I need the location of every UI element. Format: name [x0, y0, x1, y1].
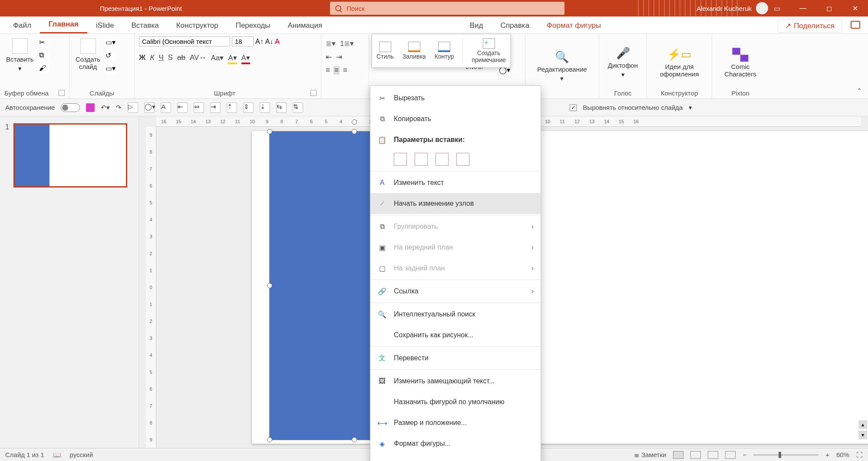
- numbering-button[interactable]: 1≣▾: [340, 39, 354, 48]
- account-area[interactable]: Alexandr Kucheruk: [696, 2, 768, 14]
- font-color-button[interactable]: A▾: [241, 53, 250, 64]
- font-size-combo[interactable]: 18: [232, 36, 254, 46]
- cm-cut[interactable]: ✂Вырезать: [370, 88, 541, 109]
- shadow-button[interactable]: S: [168, 53, 173, 64]
- language-indicator[interactable]: русский: [70, 451, 93, 458]
- sorter-view-button[interactable]: [690, 451, 701, 459]
- qat-align5[interactable]: ⇕: [243, 102, 254, 113]
- qat-distribute-v[interactable]: ⇅: [293, 102, 303, 113]
- slide-thumbnail-1[interactable]: [13, 123, 127, 188]
- zoom-out-button[interactable]: −: [743, 451, 746, 458]
- ribbon-display-button[interactable]: ▭: [764, 0, 790, 16]
- undo-button[interactable]: ↶▾: [101, 104, 110, 112]
- mini-outline-button[interactable]: Контур: [435, 42, 454, 60]
- increase-indent-button[interactable]: ⇥: [336, 53, 342, 62]
- tab-view[interactable]: Вид: [461, 18, 492, 33]
- cm-smart-lookup[interactable]: 🔍Интеллектуальный поиск: [370, 304, 541, 325]
- font-dialog-launcher[interactable]: [310, 90, 317, 96]
- align-relative-checkbox[interactable]: ✓: [570, 104, 577, 111]
- paste-option-picture[interactable]: [436, 153, 449, 166]
- qat-align3[interactable]: ⇥: [210, 102, 221, 113]
- share-button[interactable]: ↗ Поделиться: [778, 19, 842, 33]
- cm-link[interactable]: 🔗Ссылка›: [370, 281, 541, 302]
- design-ideas-button[interactable]: ⚡▭ Идеи для оформления: [658, 46, 701, 79]
- zoom-slider[interactable]: [753, 454, 818, 456]
- decrease-font-icon[interactable]: A↓: [265, 38, 274, 46]
- clipboard-dialog-launcher[interactable]: [59, 90, 65, 96]
- zoom-level[interactable]: 60%: [836, 451, 849, 458]
- cm-save-as-picture[interactable]: Сохранить как рисунок...: [370, 325, 541, 346]
- qat-align2[interactable]: ⇔: [194, 102, 204, 113]
- increase-font-icon[interactable]: A↑: [255, 38, 264, 46]
- copy-icon[interactable]: ⧉: [39, 51, 49, 61]
- font-name-combo[interactable]: Calibri (Основной текст: [139, 36, 230, 46]
- spacing-button[interactable]: AV↔: [190, 53, 206, 64]
- dictate-button[interactable]: 🎤 Диктофон▾: [606, 45, 640, 80]
- tab-home[interactable]: Главная: [40, 16, 87, 33]
- tab-file[interactable]: Файл: [4, 18, 40, 33]
- decrease-indent-button[interactable]: ⇤: [326, 53, 332, 62]
- section-icon[interactable]: ▭▾: [106, 64, 115, 74]
- cm-format-shape[interactable]: ◈Формат фигуры...: [370, 433, 541, 454]
- italic-button[interactable]: К: [150, 53, 154, 64]
- tab-islide[interactable]: iSlide: [87, 18, 123, 33]
- search-box[interactable]: Поиск: [330, 2, 564, 15]
- resize-handle[interactable]: [352, 129, 357, 134]
- resize-handle[interactable]: [267, 129, 272, 134]
- spellcheck-icon[interactable]: 📖: [53, 451, 61, 459]
- highlight-button[interactable]: A▾: [228, 53, 237, 64]
- paste-option-text[interactable]: [456, 153, 469, 166]
- start-slideshow-button[interactable]: ▷: [128, 102, 138, 113]
- prev-slide-button[interactable]: ▴: [858, 420, 867, 429]
- align-left-button[interactable]: ≡: [326, 66, 330, 75]
- mini-style-button[interactable]: Стиль: [376, 42, 394, 60]
- tab-animations[interactable]: Анимация: [279, 18, 331, 33]
- qat-textbox-button[interactable]: A: [161, 102, 171, 113]
- slideshow-view-button[interactable]: [725, 451, 736, 459]
- layout-icon[interactable]: ▭▾: [106, 38, 115, 48]
- slide-indicator[interactable]: Слайд 1 из 1: [5, 451, 44, 458]
- comic-characters-button[interactable]: ▀▄ Comic Characters: [723, 46, 758, 79]
- reset-icon[interactable]: ↺: [106, 51, 115, 61]
- tab-design[interactable]: Конструктор: [168, 18, 227, 33]
- qat-align1[interactable]: ⇤: [177, 102, 188, 113]
- cm-alt-text[interactable]: 🖼Изменить замещающий текст...: [370, 371, 541, 392]
- mini-fill-button[interactable]: Заливка: [403, 42, 426, 60]
- minimize-button[interactable]: —: [790, 0, 816, 16]
- qat-more-button[interactable]: ▾: [689, 104, 692, 112]
- cm-size-position[interactable]: ⟷Размер и положение...: [370, 412, 541, 433]
- fit-to-window-button[interactable]: ⛶: [856, 451, 863, 458]
- bullets-button[interactable]: ≣▾: [326, 39, 336, 48]
- comments-button[interactable]: [851, 21, 860, 29]
- paste-option-keep[interactable]: [415, 153, 428, 166]
- paste-option-theme[interactable]: [394, 153, 407, 166]
- strike-button[interactable]: ab: [177, 53, 185, 64]
- resize-handle[interactable]: [352, 437, 357, 442]
- cut-icon[interactable]: ✂: [39, 38, 49, 48]
- new-slide-button[interactable]: Создать слайд: [74, 36, 102, 72]
- rotate-handle[interactable]: [352, 119, 357, 125]
- resize-handle[interactable]: [267, 283, 272, 288]
- maximize-button[interactable]: ◻: [816, 0, 842, 16]
- autosave-toggle[interactable]: [61, 103, 80, 112]
- next-slide-button[interactable]: ▾: [858, 431, 867, 439]
- bold-button[interactable]: Ж: [139, 53, 145, 64]
- paste-button[interactable]: Вставить▾: [4, 36, 36, 74]
- normal-view-button[interactable]: [673, 451, 683, 459]
- cm-copy[interactable]: ⧉Копировать: [370, 109, 541, 129]
- collapse-ribbon-button[interactable]: ⌃: [856, 87, 862, 95]
- mini-new-comment-button[interactable]: ＋Создать примечание: [472, 38, 506, 63]
- qat-shape-button[interactable]: ◯▾: [144, 102, 155, 113]
- notes-button[interactable]: ≣ Заметки: [634, 451, 667, 459]
- qat-distribute-h[interactable]: ⇆: [276, 102, 287, 113]
- align-right-button[interactable]: ≡: [343, 66, 347, 75]
- cm-edit-points[interactable]: ⟋Начать изменение узлов: [370, 193, 541, 214]
- tab-shape-format[interactable]: Формат фигуры: [538, 18, 610, 33]
- clear-format-icon[interactable]: A̶: [275, 37, 280, 46]
- cm-set-default-shape[interactable]: Назначить фигурой по умолчанию: [370, 392, 541, 412]
- zoom-in-button[interactable]: +: [825, 451, 829, 458]
- editing-button[interactable]: 🔍 Редактирование▾: [535, 49, 588, 84]
- reading-view-button[interactable]: [708, 451, 718, 459]
- underline-button[interactable]: Ч: [158, 53, 163, 64]
- cm-edit-text[interactable]: AИзменить текст: [370, 172, 541, 193]
